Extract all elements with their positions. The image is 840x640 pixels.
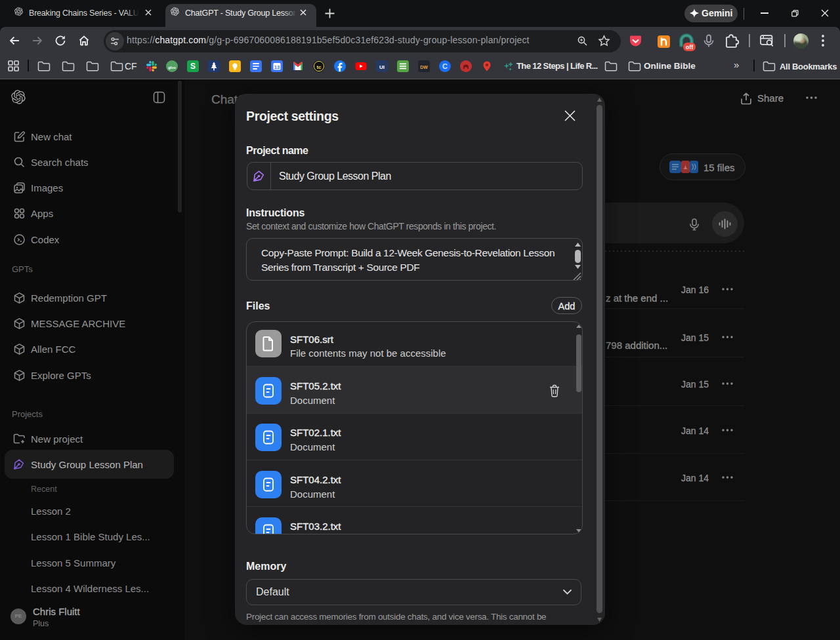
svg-text:DW: DW	[420, 65, 428, 70]
svg-text:gloo: gloo	[168, 66, 176, 70]
svg-text:off: off	[686, 44, 694, 50]
svg-text:S: S	[190, 62, 196, 71]
svg-text:tc: tc	[316, 64, 322, 70]
svg-text:13: 13	[274, 64, 280, 70]
svg-text:C: C	[442, 62, 448, 70]
svg-text:UI: UI	[379, 64, 385, 70]
